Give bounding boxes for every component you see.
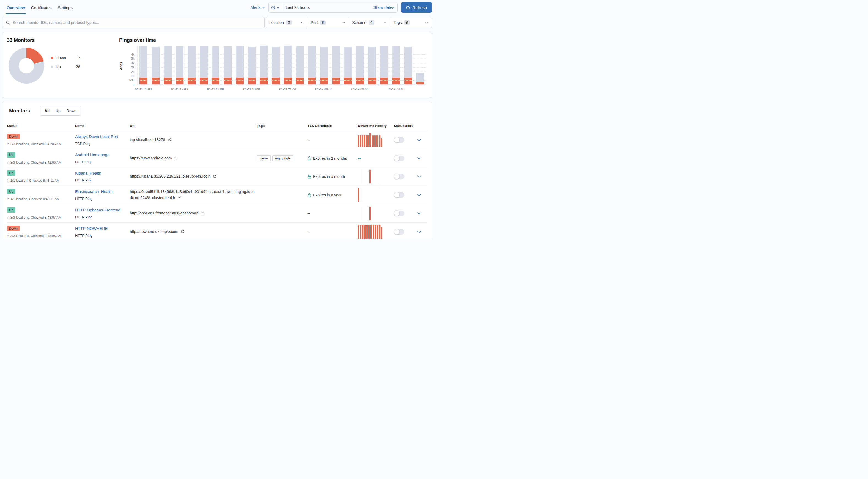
date-range-value[interactable]: Last 24 hours: [282, 5, 370, 10]
external-link-icon[interactable]: [181, 230, 184, 233]
external-link-icon[interactable]: [213, 174, 216, 178]
tags-cell: [257, 174, 308, 179]
sparkline-bar: [379, 225, 380, 239]
refresh-button[interactable]: Refresh: [401, 2, 432, 13]
bar-down-segment: [272, 77, 280, 85]
external-link-icon[interactable]: [201, 212, 205, 215]
search-input[interactable]: [13, 20, 261, 25]
monitor-name-link[interactable]: Elasticsearch_Health: [75, 189, 113, 194]
monitor-name-link[interactable]: HTTP-NOWHERE: [75, 226, 107, 231]
date-quick-select-button[interactable]: [269, 2, 282, 12]
sparkline-bar: [375, 135, 377, 147]
monitor-url: http://opbeans-frontend:3000/dashboard: [130, 211, 200, 215]
sparkline-gridline: [361, 170, 362, 183]
expand-row-chevron-icon[interactable]: [417, 211, 421, 216]
x-axis-tick-label: 01-11 09:00: [135, 88, 152, 91]
table-row: Up in 3/3 locations, Checked 8:42:06 AM …: [7, 149, 427, 167]
sparkline-bar: [360, 135, 361, 147]
bar-up-segment: [140, 46, 147, 77]
status-alert-toggle[interactable]: [394, 229, 404, 234]
monitor-name-link[interactable]: HTTP-Opbeans-Frontend: [75, 208, 120, 212]
sparkline-bar: [367, 135, 369, 147]
tab-overview[interactable]: Overview: [7, 0, 25, 15]
status-filter-all[interactable]: All: [44, 108, 50, 113]
bar-column: [234, 46, 246, 85]
bar-column: [161, 46, 174, 85]
sparkline-bar: [369, 206, 371, 220]
status-alert-toggle[interactable]: [394, 211, 404, 216]
gridline: [137, 85, 426, 85]
stacked-bar: [356, 46, 364, 85]
sparkline-bar: [366, 135, 367, 147]
bar-down-segment: [380, 77, 388, 85]
filter-port[interactable]: Port 8: [308, 17, 349, 28]
filter-tags[interactable]: Tags 8: [390, 17, 432, 28]
external-link-icon[interactable]: [174, 156, 178, 160]
donut-legend: Down 7 Up 26: [51, 56, 80, 69]
status-filter-down[interactable]: Down: [67, 108, 76, 113]
monitor-name-link[interactable]: Kibana_Health: [75, 171, 101, 175]
bar-down-segment: [248, 77, 256, 85]
snapshot-title: 33 Monitors: [7, 37, 35, 43]
bar-up-segment: [308, 46, 316, 77]
downtime-history-cell: [358, 223, 394, 240]
column-header-url: Url: [130, 124, 257, 128]
filter-location[interactable]: Location 3: [266, 17, 308, 28]
status-badge: Down: [7, 134, 20, 139]
external-link-icon[interactable]: [168, 138, 171, 141]
expand-row-chevron-icon[interactable]: [417, 156, 421, 161]
status-badge: Up: [7, 207, 16, 213]
bar-up-segment: [164, 46, 172, 77]
monitor-ping-type: HTTP Ping: [75, 197, 128, 201]
expand-row-chevron-icon[interactable]: [417, 230, 421, 234]
expand-row-chevron-icon[interactable]: [417, 138, 421, 142]
show-dates-button[interactable]: Show dates: [370, 5, 398, 10]
bar-column: [306, 46, 318, 85]
bar-column: [390, 46, 402, 85]
bar-down-segment: [176, 77, 184, 85]
tag-chip[interactable]: org:google: [272, 155, 293, 161]
bar-column: [294, 46, 306, 85]
x-axis-tick-label: 01-11 21:00: [279, 88, 296, 91]
status-alert-toggle[interactable]: [394, 137, 404, 143]
bar-column: [342, 46, 354, 85]
legend-value: 26: [72, 64, 80, 69]
status-alert-toggle[interactable]: [394, 192, 404, 198]
bar-column: [150, 46, 162, 85]
status-alert-toggle[interactable]: [394, 156, 404, 161]
tags-cell: [257, 211, 308, 216]
sparkline-bar: [370, 225, 372, 239]
legend-dot: [51, 66, 53, 68]
filter-count-badge: 8: [404, 20, 410, 25]
status-alert-toggle[interactable]: [394, 174, 404, 179]
external-link-icon[interactable]: [178, 196, 181, 199]
bar-column: [198, 46, 210, 85]
bar-down-segment: [296, 77, 304, 85]
sparkline-bar: [368, 225, 370, 239]
sparkline-bar: [364, 225, 366, 239]
tag-chip[interactable]: demo: [257, 155, 271, 161]
toggle-knob: [394, 229, 400, 234]
expand-row-chevron-icon[interactable]: [417, 174, 421, 179]
status-filter-up[interactable]: Up: [56, 108, 61, 113]
tab-certificates[interactable]: Certificates: [31, 0, 52, 15]
sparkline-bar: [381, 227, 382, 239]
tls-status-text: Expires in a month: [313, 174, 345, 179]
tab-settings[interactable]: Settings: [58, 0, 72, 15]
monitor-name-link[interactable]: Android Homepage: [75, 153, 110, 157]
bar-column: [210, 46, 222, 85]
expand-row-chevron-icon[interactable]: [417, 193, 421, 197]
sparkline-bar: [362, 225, 363, 239]
bar-column: [282, 46, 294, 85]
table-row: Down in 3/3 locations, Checked 8:42:06 A…: [7, 131, 427, 149]
stacked-bar: [176, 46, 184, 85]
bar-down-segment: [392, 77, 400, 85]
tls-certificate-cell: --: [308, 138, 355, 142]
alerts-menu[interactable]: Alerts: [250, 5, 265, 10]
tls-status-text: Expires in a year: [313, 193, 342, 197]
stacked-bar: [344, 47, 352, 85]
monitor-name-link[interactable]: Always Down Local Port: [75, 134, 118, 139]
bar-down-segment: [224, 77, 231, 85]
monitor-url: tcp://localhost:18278: [130, 137, 166, 142]
filter-scheme[interactable]: Scheme 4: [349, 17, 391, 28]
